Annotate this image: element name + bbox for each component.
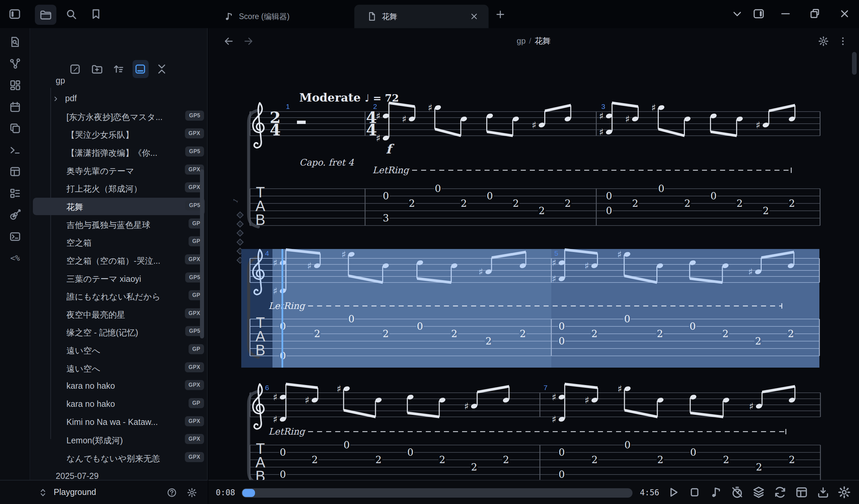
tab-digit[interactable]: 0 xyxy=(559,469,565,480)
toolbar-collapse-vertical-icon[interactable] xyxy=(155,63,168,75)
tab-digit[interactable]: 0 xyxy=(486,190,493,202)
rail-network-icon[interactable] xyxy=(9,57,21,70)
vault-name[interactable]: Playground xyxy=(54,487,96,497)
tab-digit[interactable]: 0 xyxy=(690,447,696,458)
tab-digit[interactable]: 2 xyxy=(409,198,415,209)
list-item[interactable]: Lemon(郑成河)GPX xyxy=(33,431,205,449)
toolbar-sort-asc-icon[interactable] xyxy=(112,63,125,75)
rail-terminal-square-icon[interactable] xyxy=(9,230,21,243)
list-item[interactable]: 打上花火（郑成河）GPX xyxy=(33,179,205,197)
tab-digit[interactable]: 0 xyxy=(280,447,286,458)
tab-digit[interactable]: 2 xyxy=(451,328,457,340)
rail-copy-icon[interactable] xyxy=(9,122,21,135)
bookmark-icon[interactable] xyxy=(89,7,103,21)
list-item[interactable]: pdf xyxy=(33,90,205,107)
tab-digit[interactable]: 0 xyxy=(624,313,630,325)
list-item[interactable]: kara no hakoGPX xyxy=(33,377,205,395)
tab-digit[interactable]: 2 xyxy=(312,454,318,466)
player-stop-square-icon[interactable] xyxy=(688,485,702,499)
tab-digit[interactable]: 0 xyxy=(606,205,612,217)
tab-digit[interactable]: 0 xyxy=(624,439,631,451)
tab-digit[interactable]: 2 xyxy=(439,454,445,466)
main-scrollbar[interactable] xyxy=(852,52,857,75)
close-tab-icon[interactable] xyxy=(469,11,479,21)
rail-layout-icon[interactable] xyxy=(9,165,21,178)
tab-digit[interactable]: 2 xyxy=(755,335,761,347)
tab-digit[interactable]: 2 xyxy=(657,454,663,466)
list-item[interactable]: 花舞GP5 xyxy=(33,198,205,215)
tab-digit[interactable]: 0 xyxy=(710,190,717,202)
rail-terminal-icon[interactable] xyxy=(9,144,21,157)
toggle-left-sidebar-icon[interactable] xyxy=(8,7,21,21)
tab-digit[interactable]: 0 xyxy=(606,190,612,202)
playback-cursor[interactable] xyxy=(282,249,283,367)
tab-digit[interactable]: 2 xyxy=(684,198,690,209)
tab-digit[interactable]: 2 xyxy=(382,328,389,340)
toolbar-panel-bottom-icon[interactable] xyxy=(134,63,147,75)
tab-digit[interactable]: 2 xyxy=(788,328,794,340)
player-play-icon[interactable] xyxy=(666,485,680,499)
list-item[interactable]: 奥寺先輩のテーマGPX xyxy=(33,162,205,179)
list-item[interactable]: gp xyxy=(33,78,205,90)
tab-digit[interactable]: 2 xyxy=(314,328,320,340)
player-gear-icon[interactable] xyxy=(837,485,851,499)
list-item[interactable]: 【潇潇指弹改编】《你...GP5 xyxy=(33,144,205,161)
player-metronome-off-icon[interactable] xyxy=(730,485,744,499)
score-canvas[interactable]: 1TABModerate ♩ = 72Capo. fret 4LetRing12… xyxy=(208,50,859,480)
breadcrumb-file[interactable]: 花舞 xyxy=(534,36,551,45)
rail-list-details-icon[interactable] xyxy=(9,187,21,200)
tab-digit[interactable]: 2 xyxy=(763,205,769,217)
tab-digit[interactable]: 3 xyxy=(383,212,389,224)
tab-digit[interactable]: 2 xyxy=(657,328,663,340)
help-icon[interactable] xyxy=(166,487,177,498)
list-item[interactable]: kara no hakoGP xyxy=(33,395,205,413)
toggle-right-sidebar-icon[interactable] xyxy=(752,7,765,20)
tab-digit[interactable]: 0 xyxy=(435,183,441,194)
tab-list-chevron-icon[interactable] xyxy=(731,7,743,20)
player-layout-icon[interactable] xyxy=(795,485,809,499)
rail-file-search-icon[interactable] xyxy=(9,35,21,48)
tab-digit[interactable]: 0 xyxy=(658,183,664,194)
tab-score-editor[interactable]: Score (编辑器) xyxy=(211,5,352,28)
tab-digit[interactable]: 0 xyxy=(559,321,565,332)
player-download-icon[interactable] xyxy=(816,485,830,499)
tab-digit[interactable]: 0 xyxy=(407,447,413,458)
tab-digit[interactable]: 0 xyxy=(348,313,355,325)
tab-digit[interactable]: 2 xyxy=(485,335,492,347)
tab-digit[interactable]: 0 xyxy=(559,447,565,458)
progress-bar[interactable] xyxy=(242,488,633,498)
tab-digit[interactable]: 2 xyxy=(503,454,509,466)
tab-digit[interactable]: 0 xyxy=(344,439,350,451)
tab-huawu[interactable]: 花舞 xyxy=(355,5,488,28)
rail-code-template-icon[interactable]: <% xyxy=(9,252,21,264)
breadcrumb-folder[interactable]: gp xyxy=(517,36,526,45)
close-window-icon[interactable] xyxy=(838,7,851,20)
list-item[interactable]: 遠い空へGPX xyxy=(33,360,205,377)
settings-icon[interactable] xyxy=(186,487,197,498)
view-settings-icon[interactable] xyxy=(818,35,829,47)
tab-digit[interactable]: 2 xyxy=(520,328,526,340)
new-tab-icon[interactable] xyxy=(495,9,506,20)
list-item[interactable]: 遠い空へGP xyxy=(33,342,205,359)
list-item[interactable]: 缘之空 - 記憶(记忆)GP5 xyxy=(33,324,205,341)
tab-digit[interactable]: 0 xyxy=(280,469,286,480)
tab-digit[interactable]: 2 xyxy=(723,454,729,466)
restore-icon[interactable] xyxy=(809,7,822,20)
tab-digit[interactable]: 0 xyxy=(690,321,696,332)
list-item[interactable]: なんでもないや别来无恙GPX xyxy=(33,450,205,467)
tab-digit[interactable]: 0 xyxy=(383,190,389,202)
tab-digit[interactable]: 2 xyxy=(789,198,795,209)
list-item[interactable]: 空之箱GP xyxy=(33,234,205,251)
sidebar-scrollbar[interactable] xyxy=(200,169,204,338)
tab-digit[interactable]: 2 xyxy=(591,328,597,340)
tab-digit[interactable]: 2 xyxy=(632,198,638,209)
tab-digit[interactable]: 2 xyxy=(789,454,795,466)
tab-digit[interactable]: 0 xyxy=(417,321,423,332)
list-item[interactable]: 夜空中最亮的星GPX xyxy=(33,305,205,323)
player-refresh-icon[interactable] xyxy=(773,485,787,499)
more-options-icon[interactable] xyxy=(837,35,848,47)
files-button[interactable] xyxy=(35,5,56,25)
tab-digit[interactable]: 2 xyxy=(461,198,467,209)
tab-digit[interactable]: 2 xyxy=(722,328,728,340)
tab-digit[interactable]: 2 xyxy=(737,198,742,209)
